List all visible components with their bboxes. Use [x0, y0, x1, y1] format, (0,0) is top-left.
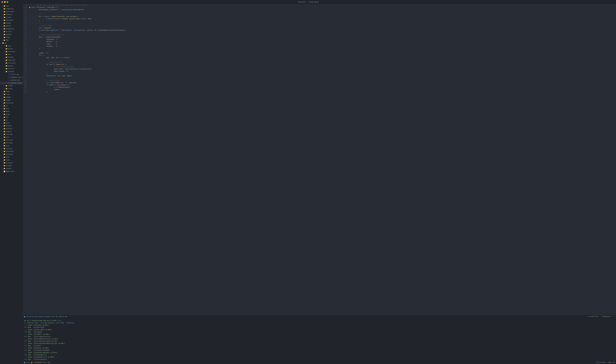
sidebar-item-testing[interactable]: ▸📁testing — [0, 153, 23, 156]
mode-left: 4/4 go/src/go/scanner/scanner_test.go 22… — [24, 316, 67, 317]
sidebar-item-errors.go[interactable]: ⬡errors.go — [0, 73, 23, 76]
sidebar-item-fmt[interactable]: ▸📁fmt — [0, 39, 23, 42]
sidebar-item-reflect[interactable]: ▸📁reflect — [0, 127, 23, 130]
line-indicator — [28, 79, 31, 82]
sidebar-item-importer[interactable]: ▸📁importer — [0, 59, 23, 62]
sidebar-item-log[interactable]: ▸📁log — [0, 107, 23, 110]
sidebar-item-sort[interactable]: ▸📁sort — [0, 136, 23, 139]
sidebar-item-internal[interactable]: ▸📁internal — [0, 62, 23, 65]
code-editor[interactable]: 225 // Verify that calling Scan() provid… — [23, 4, 616, 315]
sidebar-item-strconv[interactable]: ▸📁strconv — [0, 139, 23, 142]
sidebar-item-build[interactable]: ▸📁build — [0, 47, 23, 50]
sidebar-item-path[interactable]: ▸📁path — [0, 121, 23, 124]
maximize-button[interactable] — [7, 1, 8, 3]
sidebar-item-hash[interactable]: ▸📁hash — [0, 90, 23, 93]
folder-icon: 📁 — [3, 136, 5, 138]
sidebar-item-context[interactable]: ▸📁context — [0, 13, 23, 16]
sidebar-item-runtime[interactable]: ▸📁runtime — [0, 133, 23, 136]
file-tree-sidebar[interactable]: ▸📁cmd▸📁compress▸📁container▸📁context▸📁cry… — [0, 4, 23, 364]
sidebar-item-text[interactable]: ▸📁text — [0, 156, 23, 159]
sidebar-item-html[interactable]: ▸📁html — [0, 93, 23, 96]
sidebar-item-syscall[interactable]: ▸📁syscall — [0, 147, 23, 150]
sidebar-item-format[interactable]: ▸📁format — [0, 56, 23, 59]
code-lines[interactable]: 225 // Verify that calling Scan() provid… — [23, 4, 616, 315]
folder-icon: 📁 — [3, 22, 5, 24]
sidebar-item-scanner_test.go[interactable]: ⬡scanner_test.go — [0, 82, 23, 84]
terminal-panel[interactable]: go on ✦ feature/new-operator-tilde [!?]❯… — [23, 318, 616, 361]
sidebar-item-scanner.go[interactable]: ⬡scanner.go — [0, 79, 23, 82]
line-number: 263 — [23, 91, 28, 93]
sidebar-item-sync[interactable]: ▸📁sync — [0, 144, 23, 147]
minimize-button[interactable] — [4, 1, 6, 3]
folder-arrow: ▸ — [2, 142, 3, 144]
sidebar-item-expvar[interactable]: ▸📁expvar — [0, 33, 23, 36]
sidebar-item-io[interactable]: ▸📁io — [0, 104, 23, 107]
sidebar-item-errors[interactable]: ▸📁errors — [0, 30, 23, 33]
sidebar-item-container[interactable]: ▸📁container — [0, 10, 23, 13]
line-indicator — [28, 65, 31, 68]
folder-arrow: ▸ — [2, 20, 3, 21]
sidebar-item-compress[interactable]: ▸📁compress — [0, 7, 23, 10]
line-indicator — [28, 50, 31, 52]
sidebar-item-regexp[interactable]: ▸📁regexp — [0, 130, 23, 133]
tree-item-label: internal — [8, 62, 15, 64]
tree-item-label: errors.go — [10, 74, 19, 75]
sidebar-item-Make.dist[interactable]: 📄Make.dist — [0, 170, 23, 173]
sidebar-item-testdata[interactable]: ▸📁testdata — [0, 150, 23, 153]
sidebar-item-net[interactable]: ▸📁net — [0, 116, 23, 119]
sidebar-item-embed[interactable]: ▸📁embed — [0, 25, 23, 27]
sidebar-item-parser[interactable]: ▸📁parser — [0, 65, 23, 67]
sidebar-item-image[interactable]: ▸📁image — [0, 96, 23, 99]
folder-icon: 📁 — [5, 71, 7, 73]
line-number: 261 — [23, 86, 28, 89]
sidebar-item-unsafe[interactable]: ▸📁unsafe — [0, 164, 23, 167]
code-line: 241 Offset: 0, — [23, 40, 616, 43]
line-content: e := elt(token.EOF, "", special) — [31, 82, 77, 84]
sidebar-item-cmd[interactable]: ▸📁cmd — [0, 5, 23, 7]
sidebar-item-time[interactable]: ▸📁time — [0, 159, 23, 161]
folder-icon: 📁 — [3, 128, 5, 130]
line-content: s.Init(fset.AddFile("", fset.Base(), len… — [31, 29, 126, 31]
sidebar-item-doc[interactable]: ▸📁doc — [0, 53, 23, 56]
line-number: 232 — [23, 20, 28, 22]
sidebar-item-go[interactable]: ▾📁go — [0, 42, 23, 44]
sidebar-item-unicode[interactable]: ▸📁unicode — [0, 161, 23, 164]
folder-arrow: ▸ — [2, 39, 3, 41]
sidebar-item-encoding[interactable]: ▸📁encoding — [0, 27, 23, 30]
folder-icon: 📁 — [3, 116, 5, 118]
sidebar-item-constant[interactable]: ▸📁constant — [0, 50, 23, 53]
tree-item-label: time — [6, 159, 10, 161]
line-content — [31, 22, 31, 25]
line-content — [31, 11, 31, 13]
sidebar-item-debug[interactable]: ▸📁debug — [0, 22, 23, 25]
close-button[interactable] — [1, 1, 3, 3]
sidebar-item-math[interactable]: ▸📁math — [0, 110, 23, 113]
code-line: 235 var s Scanner — [23, 27, 616, 29]
sidebar-item-token[interactable]: ▸📁token — [0, 84, 23, 87]
sidebar-item-database[interactable]: ▸📁database — [0, 19, 23, 22]
sidebar-item-internal2[interactable]: ▸📁internal — [0, 102, 23, 104]
sidebar-item-mime[interactable]: ▸📁mime — [0, 113, 23, 116]
sidebar-item-flag[interactable]: ▸📁flag — [0, 36, 23, 39]
sidebar-item-types[interactable]: ▸📁types — [0, 87, 23, 90]
line-indicator — [28, 89, 31, 91]
sidebar-item-index[interactable]: ▸📁index — [0, 99, 23, 102]
sidebar-item-plugin[interactable]: ▸📁plugin — [0, 124, 23, 127]
sidebar-item-example_test.go[interactable]: ⬡example_test.go — [0, 76, 23, 79]
tree-item-label: regexp — [6, 131, 12, 132]
folder-arrow: ▸ — [2, 145, 3, 147]
tree-item-label: vendor — [6, 168, 12, 169]
sidebar-item-printer[interactable]: ▸📁printer — [0, 67, 23, 70]
sidebar-item-scanner[interactable]: ▾📁scanner — [0, 70, 23, 73]
sidebar-item-strings[interactable]: ▸📁strings — [0, 142, 23, 144]
sidebar-item-vendor[interactable]: ▸📁vendor — [0, 167, 23, 170]
line-content: pos, tok, lit := s.Scan() — [31, 56, 70, 59]
code-line: 246 index := 0 — [23, 52, 616, 54]
line-indicator — [28, 9, 31, 11]
sidebar-item-ast[interactable]: ▸📁ast — [0, 44, 23, 47]
sidebar-item-crypto[interactable]: ▸📁crypto — [0, 16, 23, 19]
sidebar-item-os[interactable]: ▸📁os — [0, 119, 23, 121]
line-indicator — [28, 29, 31, 31]
tree-item-label: sync — [6, 145, 10, 147]
line-number: 251 — [23, 63, 28, 65]
